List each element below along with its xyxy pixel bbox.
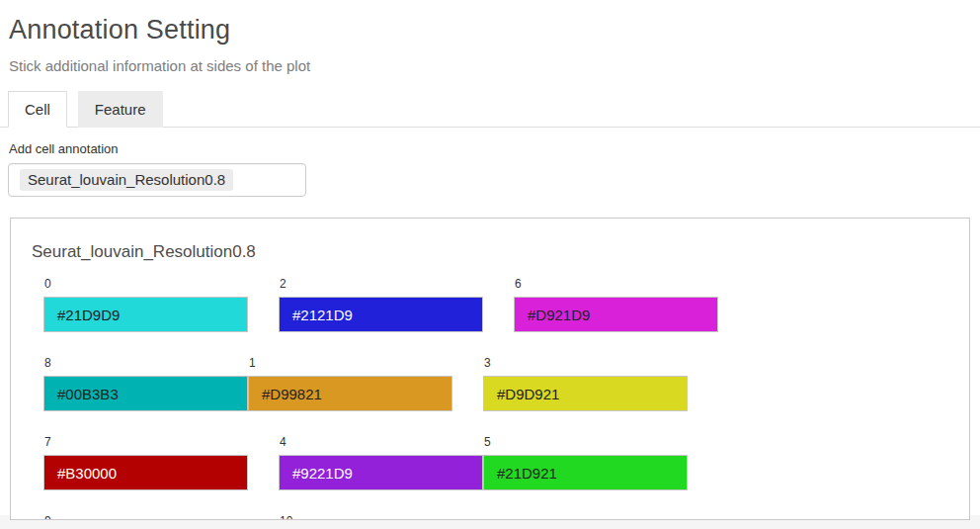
cluster-color-item: 8 #00B3B3 bbox=[43, 356, 248, 411]
page-subtitle: Stick additional information at sides of… bbox=[9, 57, 972, 74]
cluster-number-label: 4 bbox=[280, 435, 483, 449]
cluster-color-item: 10 #0000B3 bbox=[279, 514, 483, 520]
color-swatch[interactable]: #B30000 bbox=[43, 455, 248, 490]
cluster-color-item: 9 #B37400 bbox=[43, 514, 248, 520]
cluster-color-item: 2 #2121D9 bbox=[279, 277, 483, 332]
color-swatch[interactable]: #D9D921 bbox=[483, 376, 688, 411]
cluster-color-item: 4 #9221D9 bbox=[279, 435, 483, 490]
color-swatch[interactable]: #21D921 bbox=[483, 455, 688, 490]
selected-annotation-chip[interactable]: Seurat_louvain_Resolution0.8 bbox=[20, 169, 233, 191]
cell-annotation-select-input[interactable]: Seurat_louvain_Resolution0.8 bbox=[8, 163, 306, 197]
cluster-color-item: 6 #D921D9 bbox=[514, 277, 718, 332]
page-title: Annotation Setting bbox=[9, 15, 972, 45]
annotation-setting-page: Annotation Setting Stick additional info… bbox=[0, 0, 980, 515]
cluster-number-label: 2 bbox=[280, 277, 483, 291]
annotation-section: Add cell annotation Seurat_louvain_Resol… bbox=[0, 128, 980, 197]
cluster-number-label: 7 bbox=[44, 435, 248, 449]
cluster-number-label: 3 bbox=[484, 356, 688, 370]
color-swatch[interactable]: #D921D9 bbox=[514, 297, 718, 332]
tab-bar: Cell Feature bbox=[0, 91, 980, 128]
cluster-number-label: 0 bbox=[44, 277, 248, 291]
page-header: Annotation Setting Stick additional info… bbox=[0, 0, 980, 74]
cluster-number-label: 5 bbox=[484, 435, 688, 449]
swatch-grid: 0 #21D9D9 2 #2121D9 6 #D921D9 8 #00B3B3 … bbox=[43, 277, 949, 520]
tab-feature[interactable]: Feature bbox=[78, 91, 163, 128]
color-swatch[interactable]: #00B3B3 bbox=[43, 376, 248, 411]
cluster-number-label: 9 bbox=[44, 514, 248, 520]
tab-cell[interactable]: Cell bbox=[8, 91, 67, 128]
cluster-number-label: 10 bbox=[280, 514, 483, 520]
cluster-color-item: 1 #D99821 bbox=[248, 356, 452, 411]
color-swatch[interactable]: #21D9D9 bbox=[43, 297, 248, 332]
annotation-panel-title: Seurat_louvain_Resolution0.8 bbox=[32, 242, 949, 262]
cluster-color-item: 3 #D9D921 bbox=[483, 356, 688, 411]
cluster-color-item: 7 #B30000 bbox=[43, 435, 248, 490]
cluster-number-label: 8 bbox=[44, 356, 248, 370]
cluster-color-item: 5 #21D921 bbox=[483, 435, 688, 490]
cluster-number-label: 1 bbox=[249, 356, 452, 370]
color-swatch[interactable]: #D99821 bbox=[248, 376, 452, 411]
add-cell-annotation-label: Add cell annotation bbox=[9, 141, 972, 156]
cluster-color-item: 0 #21D9D9 bbox=[43, 277, 248, 332]
annotation-color-panel: Seurat_louvain_Resolution0.8 0 #21D9D9 2… bbox=[10, 218, 970, 520]
color-swatch[interactable]: #2121D9 bbox=[279, 297, 483, 332]
cluster-number-label: 6 bbox=[515, 277, 718, 291]
color-swatch[interactable]: #9221D9 bbox=[279, 455, 483, 490]
